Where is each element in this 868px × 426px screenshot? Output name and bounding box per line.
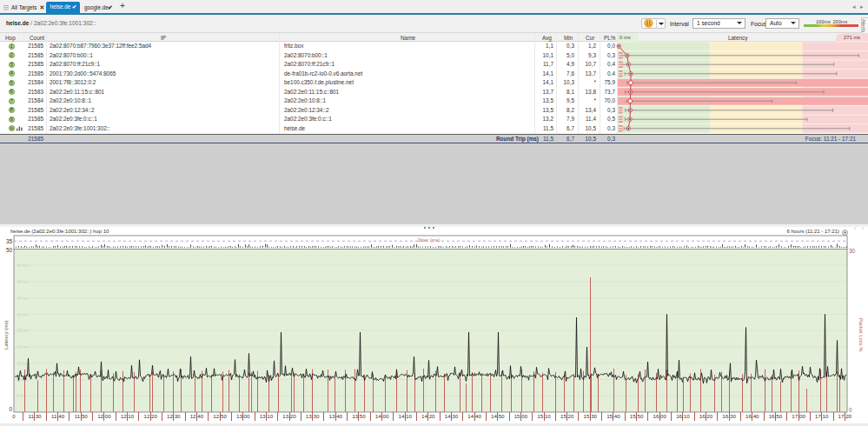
svg-text:12:20: 12:20 (143, 413, 157, 419)
svg-text:17:20: 17:20 (838, 413, 852, 419)
svg-text:25 ms: 25 ms (17, 328, 29, 333)
svg-text:20 ms: 20 ms (17, 344, 29, 349)
svg-text:16:20: 16:20 (699, 413, 713, 419)
svg-text:50: 50 (6, 247, 13, 253)
svg-text:14:30: 14:30 (445, 413, 459, 419)
svg-text:13:20: 13:20 (282, 413, 296, 419)
svg-text:Jitter (ms): Jitter (ms) (417, 237, 441, 243)
svg-text:45 ms: 45 ms (17, 263, 29, 268)
svg-text:Latency (ms): Latency (ms) (3, 320, 9, 349)
svg-text:17:10: 17:10 (815, 413, 829, 419)
svg-text:13:10: 13:10 (260, 413, 274, 419)
svg-text:13:00: 13:00 (236, 413, 250, 419)
svg-text:12:40: 12:40 (190, 413, 204, 419)
svg-text:40 ms: 40 ms (17, 279, 29, 284)
svg-text:14:10: 14:10 (398, 413, 412, 419)
svg-text:12:00: 12:00 (97, 413, 111, 419)
svg-text:Packet Loss %: Packet Loss % (858, 318, 864, 351)
svg-text:15:00: 15:00 (514, 413, 528, 419)
svg-text:0: 0 (12, 414, 16, 419)
svg-text:16:50: 16:50 (769, 413, 783, 419)
svg-text:16:30: 16:30 (722, 413, 736, 419)
svg-text:11:30: 11:30 (28, 413, 42, 419)
svg-text:14:00: 14:00 (375, 413, 389, 419)
svg-text:15 ms: 15 ms (17, 361, 29, 366)
svg-text:17:00: 17:00 (792, 413, 805, 419)
svg-text:12:50: 12:50 (213, 413, 227, 419)
svg-text:14:40: 14:40 (467, 413, 481, 419)
svg-text:0 ms: 0 ms (620, 35, 631, 40)
svg-text:Latency: Latency (728, 35, 748, 42)
svg-text:16:00: 16:00 (653, 413, 666, 419)
svg-text:0: 0 (849, 407, 852, 413)
svg-text:15:30: 15:30 (584, 413, 598, 419)
svg-text:271 ms: 271 ms (844, 35, 860, 40)
svg-text:35: 35 (6, 238, 13, 244)
svg-text:16:10: 16:10 (676, 413, 690, 419)
svg-text:13:50: 13:50 (352, 413, 366, 419)
svg-text:12:10: 12:10 (121, 413, 135, 419)
svg-text:14:20: 14:20 (421, 413, 435, 419)
svg-text:0: 0 (9, 406, 12, 412)
svg-text:15:40: 15:40 (606, 413, 620, 419)
svg-text:12:30: 12:30 (167, 413, 181, 419)
svg-text:11:50: 11:50 (75, 413, 89, 419)
svg-text:30 ms: 30 ms (17, 312, 29, 317)
svg-text:15:10: 15:10 (537, 413, 551, 419)
svg-text:15:50: 15:50 (630, 413, 644, 419)
svg-text:14:50: 14:50 (491, 413, 505, 419)
svg-text:35 ms: 35 ms (17, 296, 29, 301)
svg-text:13:30: 13:30 (306, 413, 320, 419)
svg-text:15:20: 15:20 (560, 413, 574, 419)
svg-text:30: 30 (849, 248, 856, 254)
svg-text:11:40: 11:40 (51, 413, 65, 419)
svg-text:16:40: 16:40 (745, 413, 759, 419)
svg-text:13:40: 13:40 (329, 413, 343, 419)
